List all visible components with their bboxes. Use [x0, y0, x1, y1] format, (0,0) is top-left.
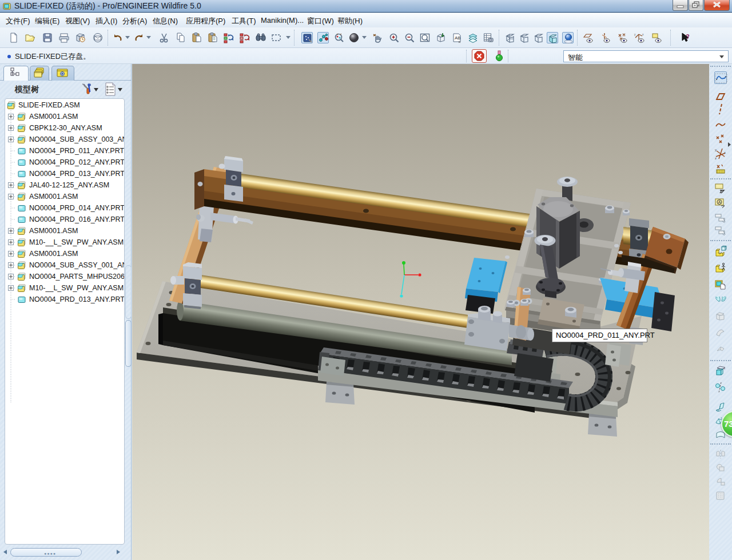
- svg-text:x: x: [724, 151, 726, 154]
- svg-text:y: y: [634, 33, 636, 36]
- svg-text:x: x: [642, 33, 644, 36]
- svg-text:AB: AB: [455, 35, 461, 41]
- svg-text:?: ?: [686, 33, 690, 40]
- svg-text:A: A: [718, 200, 721, 204]
- svg-text:y: y: [715, 148, 717, 151]
- svg-text:z: z: [715, 157, 717, 160]
